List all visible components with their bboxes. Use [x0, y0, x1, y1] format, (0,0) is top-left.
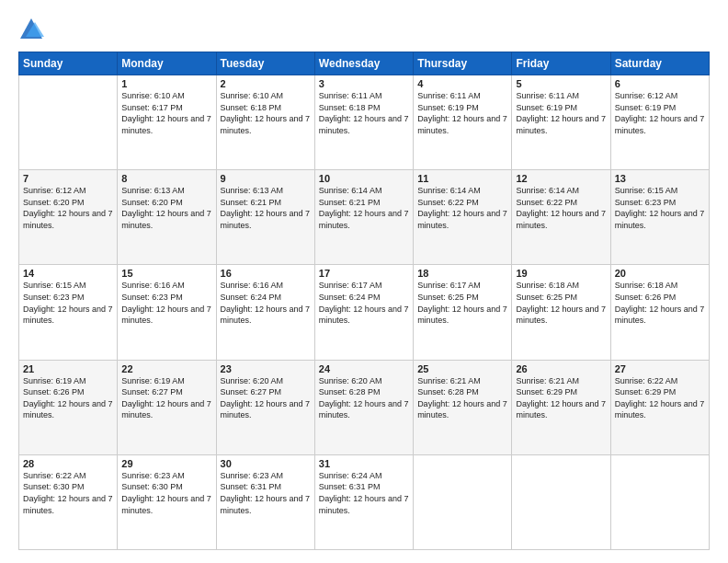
day-number: 26 [516, 363, 606, 374]
day-info: Sunrise: 6:10 AM Sunset: 6:17 PM Dayligh… [121, 90, 211, 136]
calendar-cell: 3Sunrise: 6:11 AM Sunset: 6:18 PM Daylig… [314, 75, 413, 170]
day-number: 21 [23, 363, 113, 374]
day-number: 19 [516, 268, 606, 279]
day-number: 29 [121, 458, 211, 469]
day-number: 1 [121, 78, 211, 89]
calendar-cell: 14Sunrise: 6:15 AM Sunset: 6:23 PM Dayli… [19, 265, 118, 360]
weekday-header: Saturday [610, 52, 709, 75]
day-number: 30 [221, 458, 311, 469]
calendar-week-row: 28Sunrise: 6:22 AM Sunset: 6:30 PM Dayli… [19, 454, 710, 549]
day-info: Sunrise: 6:22 AM Sunset: 6:30 PM Dayligh… [23, 470, 113, 516]
day-info: Sunrise: 6:14 AM Sunset: 6:22 PM Dayligh… [516, 185, 606, 231]
calendar-week-row: 1Sunrise: 6:10 AM Sunset: 6:17 PM Daylig… [19, 75, 710, 170]
day-info: Sunrise: 6:19 AM Sunset: 6:26 PM Dayligh… [23, 375, 113, 421]
day-info: Sunrise: 6:18 AM Sunset: 6:25 PM Dayligh… [516, 280, 606, 326]
day-info: Sunrise: 6:13 AM Sunset: 6:20 PM Dayligh… [121, 185, 211, 231]
day-info: Sunrise: 6:10 AM Sunset: 6:18 PM Dayligh… [221, 90, 311, 136]
day-info: Sunrise: 6:18 AM Sunset: 6:26 PM Dayligh… [615, 280, 705, 326]
calendar-cell: 9Sunrise: 6:13 AM Sunset: 6:21 PM Daylig… [216, 170, 314, 265]
weekday-header: Friday [512, 52, 610, 75]
calendar-cell: 21Sunrise: 6:19 AM Sunset: 6:26 PM Dayli… [19, 360, 118, 454]
day-info: Sunrise: 6:24 AM Sunset: 6:31 PM Dayligh… [319, 470, 409, 516]
calendar-cell: 22Sunrise: 6:19 AM Sunset: 6:27 PM Dayli… [118, 360, 216, 454]
calendar-cell: 18Sunrise: 6:17 AM Sunset: 6:25 PM Dayli… [414, 265, 512, 360]
calendar-cell: 8Sunrise: 6:13 AM Sunset: 6:20 PM Daylig… [118, 170, 216, 265]
calendar-cell: 26Sunrise: 6:21 AM Sunset: 6:29 PM Dayli… [512, 360, 610, 454]
day-number: 8 [121, 173, 211, 184]
day-number: 7 [23, 173, 113, 184]
day-number: 27 [615, 363, 705, 374]
weekday-header: Thursday [414, 52, 512, 75]
calendar-cell: 30Sunrise: 6:23 AM Sunset: 6:31 PM Dayli… [216, 454, 314, 549]
calendar-cell: 24Sunrise: 6:20 AM Sunset: 6:28 PM Dayli… [314, 360, 413, 454]
day-number: 11 [417, 173, 507, 184]
day-number: 23 [221, 363, 311, 374]
day-number: 2 [221, 78, 311, 89]
day-info: Sunrise: 6:19 AM Sunset: 6:27 PM Dayligh… [121, 375, 211, 421]
day-number: 4 [417, 78, 507, 89]
day-info: Sunrise: 6:16 AM Sunset: 6:24 PM Dayligh… [221, 280, 311, 326]
calendar-cell: 10Sunrise: 6:14 AM Sunset: 6:21 PM Dayli… [314, 170, 413, 265]
day-info: Sunrise: 6:13 AM Sunset: 6:21 PM Dayligh… [221, 185, 311, 231]
calendar-cell: 1Sunrise: 6:10 AM Sunset: 6:17 PM Daylig… [118, 75, 216, 170]
calendar-cell: 20Sunrise: 6:18 AM Sunset: 6:26 PM Dayli… [610, 265, 709, 360]
calendar-cell: 5Sunrise: 6:11 AM Sunset: 6:19 PM Daylig… [512, 75, 610, 170]
calendar-week-row: 21Sunrise: 6:19 AM Sunset: 6:26 PM Dayli… [19, 360, 710, 454]
day-info: Sunrise: 6:22 AM Sunset: 6:29 PM Dayligh… [615, 375, 705, 421]
weekday-header-row: SundayMondayTuesdayWednesdayThursdayFrid… [19, 52, 710, 75]
day-info: Sunrise: 6:11 AM Sunset: 6:18 PM Dayligh… [319, 90, 409, 136]
weekday-header: Wednesday [314, 52, 413, 75]
weekday-header: Sunday [19, 52, 118, 75]
day-number: 13 [615, 173, 705, 184]
day-number: 18 [417, 268, 507, 279]
day-number: 16 [221, 268, 311, 279]
day-number: 15 [121, 268, 211, 279]
day-number: 20 [615, 268, 705, 279]
day-info: Sunrise: 6:12 AM Sunset: 6:19 PM Dayligh… [615, 90, 705, 136]
day-number: 12 [516, 173, 606, 184]
calendar-cell [414, 454, 512, 549]
day-info: Sunrise: 6:15 AM Sunset: 6:23 PM Dayligh… [615, 185, 705, 231]
day-number: 22 [121, 363, 211, 374]
calendar-cell: 29Sunrise: 6:23 AM Sunset: 6:30 PM Dayli… [118, 454, 216, 549]
day-info: Sunrise: 6:17 AM Sunset: 6:25 PM Dayligh… [417, 280, 507, 326]
day-number: 10 [319, 173, 409, 184]
day-number: 24 [319, 363, 409, 374]
calendar-cell: 28Sunrise: 6:22 AM Sunset: 6:30 PM Dayli… [19, 454, 118, 549]
day-info: Sunrise: 6:20 AM Sunset: 6:28 PM Dayligh… [319, 375, 409, 421]
calendar-cell: 6Sunrise: 6:12 AM Sunset: 6:19 PM Daylig… [610, 75, 709, 170]
day-info: Sunrise: 6:15 AM Sunset: 6:23 PM Dayligh… [23, 280, 113, 326]
calendar-cell [19, 75, 118, 170]
calendar-cell: 23Sunrise: 6:20 AM Sunset: 6:27 PM Dayli… [216, 360, 314, 454]
calendar-cell: 17Sunrise: 6:17 AM Sunset: 6:24 PM Dayli… [314, 265, 413, 360]
calendar-cell: 27Sunrise: 6:22 AM Sunset: 6:29 PM Dayli… [610, 360, 709, 454]
calendar-week-row: 14Sunrise: 6:15 AM Sunset: 6:23 PM Dayli… [19, 265, 710, 360]
day-number: 25 [417, 363, 507, 374]
calendar-cell: 2Sunrise: 6:10 AM Sunset: 6:18 PM Daylig… [216, 75, 314, 170]
calendar-cell: 12Sunrise: 6:14 AM Sunset: 6:22 PM Dayli… [512, 170, 610, 265]
day-number: 31 [319, 458, 409, 469]
day-info: Sunrise: 6:20 AM Sunset: 6:27 PM Dayligh… [221, 375, 311, 421]
day-number: 5 [516, 78, 606, 89]
day-info: Sunrise: 6:16 AM Sunset: 6:23 PM Dayligh… [121, 280, 211, 326]
day-info: Sunrise: 6:11 AM Sunset: 6:19 PM Dayligh… [417, 90, 507, 136]
calendar-cell [512, 454, 610, 549]
day-info: Sunrise: 6:14 AM Sunset: 6:21 PM Dayligh… [319, 185, 409, 231]
day-info: Sunrise: 6:14 AM Sunset: 6:22 PM Dayligh… [417, 185, 507, 231]
calendar-cell: 19Sunrise: 6:18 AM Sunset: 6:25 PM Dayli… [512, 265, 610, 360]
logo [18, 17, 48, 42]
day-number: 6 [615, 78, 705, 89]
calendar-cell: 15Sunrise: 6:16 AM Sunset: 6:23 PM Dayli… [118, 265, 216, 360]
day-info: Sunrise: 6:21 AM Sunset: 6:29 PM Dayligh… [516, 375, 606, 421]
day-info: Sunrise: 6:17 AM Sunset: 6:24 PM Dayligh… [319, 280, 409, 326]
weekday-header: Tuesday [216, 52, 314, 75]
day-number: 28 [23, 458, 113, 469]
calendar-cell: 16Sunrise: 6:16 AM Sunset: 6:24 PM Dayli… [216, 265, 314, 360]
day-info: Sunrise: 6:21 AM Sunset: 6:28 PM Dayligh… [417, 375, 507, 421]
day-info: Sunrise: 6:23 AM Sunset: 6:30 PM Dayligh… [121, 470, 211, 516]
day-info: Sunrise: 6:11 AM Sunset: 6:19 PM Dayligh… [516, 90, 606, 136]
calendar-cell [610, 454, 709, 549]
calendar-cell: 31Sunrise: 6:24 AM Sunset: 6:31 PM Dayli… [314, 454, 413, 549]
calendar-cell: 25Sunrise: 6:21 AM Sunset: 6:28 PM Dayli… [414, 360, 512, 454]
calendar-cell: 4Sunrise: 6:11 AM Sunset: 6:19 PM Daylig… [414, 75, 512, 170]
